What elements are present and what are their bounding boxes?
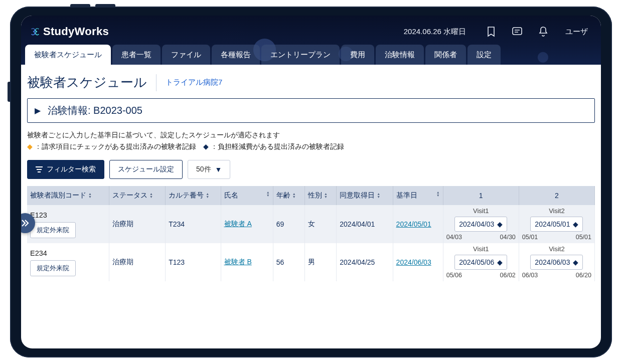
legend-billing-text: ：請求項目にチェックがある提出済みの被験者記録 — [35, 141, 196, 153]
triangle-right-icon: ▶ — [35, 106, 41, 115]
col-chart-no[interactable]: カルテ番号▲▼ — [166, 186, 221, 205]
sort-icon: ▲▼ — [88, 193, 92, 199]
page-title: 被験者スケジュール — [27, 74, 147, 91]
tab-subject-schedule[interactable]: 被験者スケジュール — [25, 45, 111, 65]
status-cell: 治療期 — [109, 205, 165, 243]
svg-rect-5 — [38, 171, 41, 172]
caret-down-icon: ▼ — [215, 165, 222, 173]
diamond-navy-icon: ◆ — [203, 141, 209, 153]
controls-row: フィルター検索 スケジュール設定 50件 ▼ — [27, 160, 595, 179]
page-size-select[interactable]: 50件 ▼ — [188, 160, 230, 179]
device-button — [70, 4, 90, 7]
chart-no-cell: T123 — [166, 243, 221, 281]
diamond-navy-icon: ◆ — [573, 258, 578, 266]
app-logo[interactable]: StudyWorks — [30, 25, 109, 38]
message-icon[interactable] — [508, 23, 526, 41]
table-row: E234 規定外来院 治療期 T123 被験者 B 56 男 2024/04/2… — [27, 243, 595, 281]
tab-patient-list[interactable]: 患者一覧 — [112, 45, 161, 65]
visit-range: 05/01 05/01 — [520, 234, 593, 241]
sort-icon: ▲▼ — [266, 191, 270, 197]
app-screen: StudyWorks 2024.06.26 水曜日 ユーザ 被験者スケジュール … — [21, 16, 601, 348]
diamond-navy-icon: ◆ — [497, 258, 503, 266]
legend-burden-text: ：負担軽減費がある提出済みの被験者記録 — [211, 141, 344, 153]
topbar: StudyWorks 2024.06.26 水曜日 ユーザ — [21, 16, 601, 43]
sort-icon: ▲▼ — [149, 193, 153, 199]
subject-name-link[interactable]: 被験者 B — [224, 258, 252, 266]
status-cell: 治療期 — [109, 243, 165, 281]
col-visit-1: 1 — [443, 186, 519, 205]
bookmark-icon[interactable] — [482, 23, 500, 41]
visit-date-button[interactable]: 2024/04/03 ◆ — [454, 217, 507, 232]
schedule-table: 被験者識別コード▲▼ ステータス▲▼ カルテ番号▲▼ 氏名▲▼ 年齢▲▼ 性別▲… — [27, 186, 595, 281]
table-row: E123 規定外来院 治療期 T234 被験者 A 69 女 2024/04/0… — [27, 205, 595, 243]
col-age[interactable]: 年齢▲▼ — [273, 186, 304, 205]
chart-no-cell: T234 — [166, 205, 221, 243]
visit-date-button[interactable]: 2024/06/03 ◆ — [530, 255, 583, 270]
col-visit-2: 2 — [519, 186, 594, 205]
col-consent-date[interactable]: 同意取得日▲▼ — [337, 186, 393, 205]
subject-code: E123 — [30, 208, 106, 219]
diamond-orange-icon: ◆ — [27, 141, 33, 153]
trial-info-expander[interactable]: ▶ 治験情報: B2023-005 — [27, 98, 595, 123]
consent-date-cell: 2024/04/25 — [337, 243, 393, 281]
tablet-frame: StudyWorks 2024.06.26 水曜日 ユーザ 被験者スケジュール … — [10, 7, 612, 357]
visit-date-button[interactable]: 2024/05/06 ◆ — [454, 255, 507, 270]
page-size-label: 50件 — [196, 165, 211, 174]
reference-date-link[interactable]: 2024/05/01 — [396, 220, 431, 228]
age-cell: 69 — [273, 205, 304, 243]
tab-reports[interactable]: 各種報告 — [212, 45, 260, 65]
col-gender[interactable]: 性別▲▼ — [304, 186, 336, 205]
sort-icon: ▲▼ — [292, 193, 296, 199]
gender-cell: 男 — [304, 243, 336, 281]
unscheduled-visit-button[interactable]: 規定外来院 — [30, 260, 76, 276]
main-tabs: 被験者スケジュール 患者一覧 ファイル 各種報告 エントリープラン 費用 治験情… — [21, 43, 601, 65]
visit-label: Visit2 — [520, 245, 593, 253]
tab-trial-info[interactable]: 治験情報 — [376, 45, 424, 65]
trial-info-label: 治験情報: B2023-005 — [48, 104, 142, 117]
gender-cell: 女 — [304, 205, 336, 243]
legend: ◆ ：請求項目にチェックがある提出済みの被験者記録 ◆ ：負担軽減費がある提出済… — [27, 141, 595, 153]
divider — [156, 74, 157, 91]
diamond-navy-icon: ◆ — [497, 220, 503, 228]
page-header: 被験者スケジュール トライアル病院7 — [27, 74, 595, 91]
reference-date-link[interactable]: 2024/06/03 — [396, 258, 431, 266]
visit-label: Visit2 — [520, 207, 593, 215]
tab-costs[interactable]: 費用 — [341, 45, 374, 65]
col-name[interactable]: 氏名▲▼ — [221, 186, 273, 205]
diamond-navy-icon: ◆ — [573, 220, 578, 228]
col-subject-code[interactable]: 被験者識別コード▲▼ — [27, 186, 109, 205]
tab-stakeholders[interactable]: 関係者 — [425, 45, 466, 65]
schedule-settings-label: スケジュール設定 — [118, 165, 174, 174]
visit-range: 05/06 06/02 — [444, 272, 518, 279]
bell-icon[interactable] — [534, 23, 552, 41]
tab-files[interactable]: ファイル — [162, 45, 210, 65]
filter-search-label: フィルター検索 — [47, 165, 96, 174]
table-header: 被験者識別コード▲▼ ステータス▲▼ カルテ番号▲▼ 氏名▲▼ 年齢▲▼ 性別▲… — [27, 186, 595, 205]
unscheduled-visit-button[interactable]: 規定外来院 — [30, 222, 76, 238]
tab-settings[interactable]: 設定 — [468, 45, 501, 65]
site-name: トライアル病院7 — [166, 78, 222, 87]
svg-rect-3 — [36, 166, 43, 167]
col-reference-date[interactable]: 基準日▲▼ — [393, 186, 443, 205]
sort-icon: ▲▼ — [324, 193, 328, 199]
app-name: StudyWorks — [43, 25, 109, 38]
consent-date-cell: 2024/04/01 — [337, 205, 393, 243]
visit-range: 04/03 04/30 — [444, 234, 518, 241]
subject-name-link[interactable]: 被験者 A — [224, 220, 252, 228]
schedule-settings-button[interactable]: スケジュール設定 — [109, 160, 183, 179]
col-status[interactable]: ステータス▲▼ — [109, 186, 165, 205]
tab-entry-plan[interactable]: エントリープラン — [261, 45, 340, 65]
sort-icon: ▲▼ — [206, 193, 209, 199]
user-menu[interactable]: ユーザ — [565, 27, 588, 37]
age-cell: 56 — [273, 243, 304, 281]
description-line: 被験者ごとに入力した基準日に基づいて、設定したスケジュールが適応されます — [27, 130, 595, 141]
visit-date-button[interactable]: 2024/05/01 ◆ — [530, 217, 583, 232]
svg-rect-4 — [37, 169, 42, 170]
filter-search-button[interactable]: フィルター検索 — [27, 160, 104, 179]
description: 被験者ごとに入力した基準日に基づいて、設定したスケジュールが適応されます ◆ ：… — [27, 130, 595, 153]
svg-rect-0 — [513, 28, 522, 35]
visit-label: Visit1 — [444, 245, 518, 253]
device-button — [95, 4, 115, 7]
visit-range: 06/03 06/20 — [520, 272, 593, 279]
sort-icon: ▲▼ — [436, 191, 440, 197]
